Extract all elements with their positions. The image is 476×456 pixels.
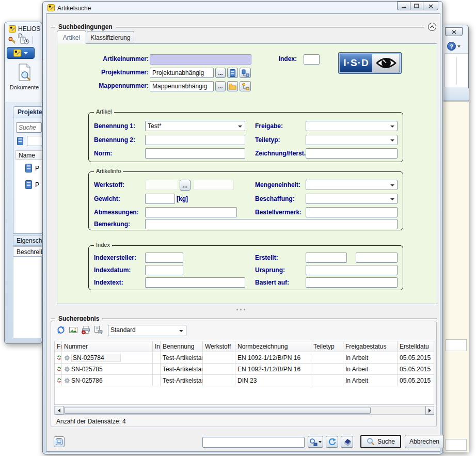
help-button[interactable]: ? xyxy=(447,42,461,51)
history-icon[interactable] xyxy=(20,36,29,45)
row-benennung-cell: Test-Artikelstamm2 xyxy=(161,364,203,374)
norm-label: Norm: xyxy=(94,150,112,157)
tab-klassifizierung[interactable]: Klassifizierung xyxy=(87,31,134,44)
horizontal-scrollbar[interactable] xyxy=(54,406,434,415)
indextext-input[interactable] xyxy=(145,277,245,288)
column-header-teiletyp[interactable]: Teiletyp xyxy=(311,341,343,352)
section-eigenschaften[interactable]: Eigenschaf xyxy=(13,235,43,246)
scroll-left-button[interactable] xyxy=(55,406,64,415)
artikelnummer-input[interactable] xyxy=(150,54,251,65)
column-header-name[interactable]: Name xyxy=(15,150,43,160)
benennung2-input[interactable] xyxy=(145,135,245,145)
clear-button[interactable] xyxy=(341,436,353,448)
mappe-browse-button[interactable]: ... xyxy=(215,81,226,91)
projekt-structure-button[interactable] xyxy=(240,68,251,78)
abmessungen-input[interactable] xyxy=(145,207,237,217)
column-header-nummer[interactable]: Nummer xyxy=(62,341,153,352)
erstellt-von-input[interactable] xyxy=(306,253,347,263)
mengeneinheit-combo[interactable] xyxy=(306,180,398,190)
sync-arrows-icon xyxy=(56,325,66,335)
row-in-cell xyxy=(153,352,161,363)
folder-icon xyxy=(229,83,236,90)
bestellvermerk-input[interactable] xyxy=(306,207,398,217)
werkstoff-name-field xyxy=(194,180,234,190)
scroll-right-button[interactable] xyxy=(425,406,434,415)
norm-input[interactable] xyxy=(145,148,245,159)
content-field[interactable] xyxy=(446,339,467,351)
mappe-structure-button[interactable] xyxy=(240,81,251,91)
gewicht-label: Gewicht: xyxy=(94,195,120,202)
abbrechen-button[interactable]: Abbrechen xyxy=(405,435,444,448)
projekt-search-input[interactable]: Suche xyxy=(16,122,42,133)
benennung1-combo[interactable]: Test* xyxy=(145,121,245,131)
mappe-select-button[interactable] xyxy=(227,81,238,91)
refresh-results-button[interactable] xyxy=(56,325,67,336)
app-menu-button[interactable] xyxy=(7,47,35,59)
table-row[interactable]: SN-025784 Test-Artikelstamm1 EN 1092-1/1… xyxy=(55,352,434,364)
row-status-cell xyxy=(55,375,62,386)
indexersteller-input[interactable] xyxy=(145,253,183,263)
section-beschreibung[interactable]: Beschreibu xyxy=(13,246,43,257)
quick-search-combo[interactable] xyxy=(202,437,305,448)
helios-logo-icon xyxy=(47,4,55,11)
column-header-erstelldatum[interactable]: Erstelldatu xyxy=(398,341,434,352)
mappennummer-input[interactable]: Mappenunabhängig xyxy=(150,81,214,91)
ribbon-area: Dokumente xyxy=(5,60,42,102)
projekt-select-button[interactable] xyxy=(227,68,238,78)
freigabe-combo[interactable] xyxy=(306,121,398,131)
row-teiletyp-cell xyxy=(311,364,343,374)
tab-artikel[interactable]: Artikel xyxy=(57,30,86,44)
teiletyp-combo[interactable] xyxy=(306,135,398,145)
splitter-handle[interactable] xyxy=(236,309,245,310)
table-row[interactable]: SN-025785 Test-Artikelstamm2 EN 1092-1/1… xyxy=(55,364,434,375)
close-button[interactable] xyxy=(423,2,438,10)
erstellt-bis-input[interactable] xyxy=(356,253,398,263)
gewicht-input[interactable] xyxy=(145,194,175,204)
reload-button[interactable] xyxy=(326,436,338,448)
minimize-button[interactable] xyxy=(397,2,410,10)
abbrechen-button-label: Abbrechen xyxy=(409,438,439,445)
werkstoff-browse-button[interactable]: ... xyxy=(180,180,191,191)
print-list-button[interactable] xyxy=(93,325,104,336)
printer-red-icon xyxy=(81,325,91,335)
content-field[interactable] xyxy=(446,439,467,451)
dialog-mode-button[interactable] xyxy=(54,436,65,447)
benennung1-label: Benennung 1: xyxy=(94,122,135,130)
projekt-browse-button[interactable]: ... xyxy=(215,68,226,78)
beschaffung-combo[interactable] xyxy=(306,194,398,204)
list-item[interactable]: P xyxy=(25,164,39,172)
projektnummer-input[interactable]: Projektunabhängig xyxy=(150,68,214,78)
table-row[interactable]: SN-025786 Test-Artikelstamm3 DIN 23 In A… xyxy=(55,375,434,386)
werkstoff-input[interactable] xyxy=(145,180,178,190)
column-header-werkstoff[interactable]: Werkstoff xyxy=(203,341,235,352)
print-preview-button[interactable] xyxy=(81,325,91,336)
dokumente-button[interactable]: Dokumente xyxy=(7,61,41,101)
column-header-freigabestatus[interactable]: Freigabestatus xyxy=(343,341,398,352)
column-header-normbezeichnung[interactable]: Normbezeichnung xyxy=(235,341,311,352)
close-button[interactable] xyxy=(445,27,463,36)
eye-icon xyxy=(372,54,400,72)
row-in-cell xyxy=(153,375,161,386)
tab-projekte[interactable]: Projekte xyxy=(13,106,43,118)
status-sync-icon xyxy=(57,354,61,361)
ursprung-input[interactable] xyxy=(306,265,398,275)
collapse-button[interactable] xyxy=(427,22,437,32)
indexdatum-input[interactable] xyxy=(145,265,183,275)
key-icon[interactable] xyxy=(8,36,17,45)
zeichnung-input[interactable] xyxy=(306,148,398,159)
export-image-button[interactable] xyxy=(69,325,79,336)
bemerkung-input[interactable] xyxy=(145,219,398,229)
basiert-auf-input[interactable] xyxy=(306,277,398,288)
status-sync-icon xyxy=(57,366,61,372)
projekt-filter-input[interactable] xyxy=(27,136,42,146)
list-item[interactable]: P xyxy=(25,180,39,189)
scrollbar-thumb[interactable] xyxy=(64,407,371,414)
column-header-in[interactable]: In xyxy=(153,341,161,352)
result-view-combo[interactable]: Standard xyxy=(108,325,186,336)
saved-search-button[interactable] xyxy=(308,436,323,448)
maximize-button[interactable] xyxy=(410,2,423,10)
index-input[interactable] xyxy=(304,54,320,65)
suche-button[interactable]: Suche xyxy=(360,435,401,448)
column-header-benennung[interactable]: Benennung xyxy=(161,341,203,352)
column-header-fr[interactable]: Fr xyxy=(55,341,62,352)
